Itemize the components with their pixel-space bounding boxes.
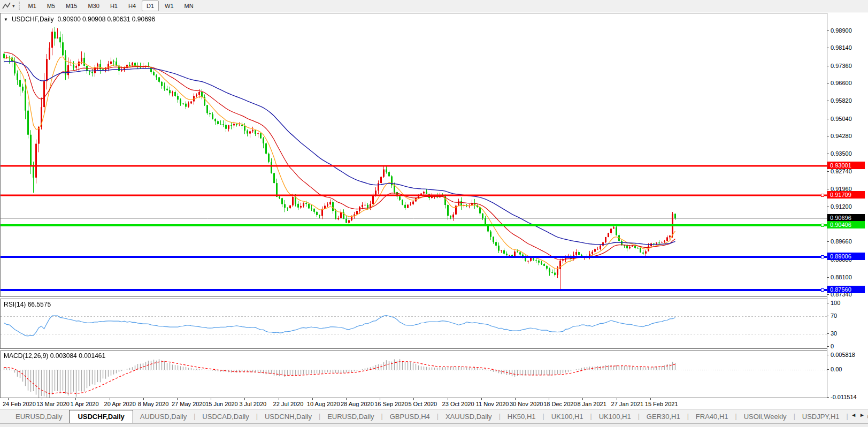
timeframe-button-D1[interactable]: D1 xyxy=(142,1,159,11)
date-tick-label: 11 Nov 2020 xyxy=(476,401,509,407)
price-line-badge[interactable]: 0.91709 xyxy=(827,191,865,199)
macd-canvas[interactable] xyxy=(1,351,827,398)
symbol-label: USDCHF,Daily xyxy=(12,16,54,23)
price-tick-label: 0.98140 xyxy=(831,44,852,51)
timeframe-button-M15[interactable]: M15 xyxy=(61,1,82,11)
date-tick-label: 27 May 2020 xyxy=(172,401,206,407)
chart-tab-usdcnh-daily[interactable]: USDCNH,Daily xyxy=(258,410,319,423)
macd-panel xyxy=(0,350,827,398)
rsi-name: RSI(14) xyxy=(4,301,26,308)
date-tick-label: 27 Jan 2021 xyxy=(611,401,644,407)
price-tick-label: 0.97360 xyxy=(831,63,852,69)
timeframe-button-M1[interactable]: M1 xyxy=(24,1,41,11)
main-chart-canvas[interactable] xyxy=(1,13,827,296)
price-tick-label: 0.95040 xyxy=(831,116,852,122)
axis-separator xyxy=(827,13,827,398)
price-line-badge[interactable]: 0.93001 xyxy=(827,162,865,169)
date-tick-label: 16 Sep 2020 xyxy=(374,401,408,407)
macd-label: MACD(12,26,9) 0.003084 0.001461 xyxy=(4,352,105,360)
bottom-strip xyxy=(0,423,868,427)
price-tick-label: 0.89660 xyxy=(831,238,852,245)
date-tick-label: 8 May 2020 xyxy=(138,401,168,407)
chart-tab-eurusd-daily[interactable]: EURUSD,Daily xyxy=(9,410,69,423)
timeframe-button-H4[interactable]: H4 xyxy=(124,1,141,11)
timeframe-button-M5[interactable]: M5 xyxy=(42,1,60,11)
date-tick-label: 15 Feb 2021 xyxy=(645,401,678,407)
price-tick-label: 0.88100 xyxy=(831,274,852,280)
date-tick-label: 30 Nov 2020 xyxy=(510,401,543,407)
rsi-tick-label: 30 xyxy=(831,330,837,337)
rsi-label: RSI(14) 66.5575 xyxy=(4,301,51,308)
rsi-tick-label: 100 xyxy=(831,300,840,306)
price-tick-label: 0.95820 xyxy=(831,97,852,104)
macd-tick-label: 0.005818 xyxy=(831,352,855,358)
date-tick-label: 24 Feb 2020 xyxy=(3,401,36,407)
date-tick-label: 28 Aug 2020 xyxy=(341,401,374,407)
chart-tab-ger30-h1[interactable]: GER30,H1 xyxy=(640,410,687,423)
date-tick-label: 15 Jun 2020 xyxy=(205,401,238,407)
macd-signal-value: 0.001461 xyxy=(79,352,105,360)
price-tick-label: 0.94280 xyxy=(831,133,852,139)
date-tick-label: 8 Jan 2021 xyxy=(577,401,606,407)
chart-tab-uk100-h1[interactable]: UK100,H1 xyxy=(592,410,638,423)
date-tick-label: 3 Jul 2020 xyxy=(239,401,266,407)
chart-tab-audusd-daily[interactable]: AUDUSD,Daily xyxy=(133,410,194,423)
date-tick-label: 5 Oct 2020 xyxy=(408,401,437,407)
date-tick-label: 13 Mar 2020 xyxy=(36,401,70,407)
chart-tab-xauusd-daily[interactable]: XAUUSD,Daily xyxy=(439,410,499,423)
chart-tab-eurusd-daily[interactable]: EURUSD,Daily xyxy=(320,410,381,423)
date-tick-label: 23 Oct 2020 xyxy=(442,401,474,407)
macd-tick-label: 0.00 xyxy=(831,366,842,372)
ohlc-close: 0.90696 xyxy=(132,16,155,23)
price-tick-label: 0.96600 xyxy=(831,80,852,86)
date-tick-label: 18 Dec 2020 xyxy=(543,401,577,407)
date-tick-label: 22 Jul 2020 xyxy=(273,401,304,407)
date-tick-label: 20 Apr 2020 xyxy=(104,401,136,407)
price-tick-label: 0.91200 xyxy=(831,203,852,210)
tab-scroll-right-icon[interactable]: ► xyxy=(859,412,865,418)
price-line-badge[interactable]: 0.90406 xyxy=(827,221,865,228)
timeframe-button-H1[interactable]: H1 xyxy=(105,1,122,11)
macd-name: MACD(12,26,9) xyxy=(4,352,48,360)
chart-tab-usdcad-daily[interactable]: USDCAD,Daily xyxy=(195,410,256,423)
price-line-badge[interactable]: 0.87560 xyxy=(827,286,865,293)
terminal-window: ▾ M1M5M15M30H1H4D1W1MN ▼ USDCHF,Daily 0.… xyxy=(0,0,868,427)
macd-main-value: 0.003084 xyxy=(50,352,77,360)
price-tick-label: 0.93500 xyxy=(831,150,852,157)
chart-line-tool-icon[interactable] xyxy=(1,2,12,10)
chart-tab-bar: EURUSD,DailyUSDCHF,DailyAUDUSD,Daily|USD… xyxy=(0,409,868,423)
tab-scroll-left-icon[interactable]: ◄ xyxy=(851,412,856,418)
chart-tab-hk50-h1[interactable]: HK50,H1 xyxy=(501,410,543,423)
date-tick-label: 1 Apr 2020 xyxy=(70,401,98,407)
collapse-triangle-icon[interactable]: ▼ xyxy=(4,17,8,22)
chart-tab-usdchf-daily[interactable]: USDCHF,Daily xyxy=(69,410,133,423)
toolbar-grip xyxy=(19,2,20,10)
macd-tick-label: -0.011514 xyxy=(831,394,857,400)
date-tick-label: 10 Aug 2020 xyxy=(307,401,340,407)
chart-tab-gbpusd-h4[interactable]: GBPUSD,H4 xyxy=(383,410,437,423)
polyline-glyph-icon xyxy=(2,2,11,10)
ohlc-open: 0.90900 xyxy=(58,16,81,23)
rsi-tick-label: 70 xyxy=(831,312,837,319)
chart-tab-uk100-h1[interactable]: UK100,H1 xyxy=(544,410,590,423)
chart-tab-fra40-h1[interactable]: FRA40,H1 xyxy=(689,410,735,423)
main-chart-panel xyxy=(0,13,827,297)
chart-tab-usdjpy-h1[interactable]: USDJPY,H1 xyxy=(795,410,847,423)
chart-title: ▼ USDCHF,Daily 0.90900 0.90908 0.90631 0… xyxy=(4,16,155,23)
rsi-tick-label: 0 xyxy=(831,343,834,349)
timeframe-button-M30[interactable]: M30 xyxy=(83,1,104,11)
timeframe-button-W1[interactable]: W1 xyxy=(160,1,179,11)
price-line-badge[interactable]: 0.89006 xyxy=(827,253,865,260)
timeframe-toolbar: ▾ M1M5M15M30H1H4D1W1MN xyxy=(0,0,868,12)
timeframe-buttons: M1M5M15M30H1H4D1W1MN xyxy=(23,1,199,11)
rsi-canvas[interactable] xyxy=(1,299,827,348)
ohlc-low: 0.90631 xyxy=(107,16,130,23)
tab-scroll-arrows: ◄ ► xyxy=(849,411,867,419)
rsi-panel xyxy=(0,299,827,349)
rsi-value: 66.5575 xyxy=(28,301,51,308)
ohlc-high: 0.90908 xyxy=(82,16,105,23)
timeframe-button-MN[interactable]: MN xyxy=(180,1,198,11)
chart-tab-usoil-weekly[interactable]: USOil,Weekly xyxy=(737,410,794,423)
dropdown-caret-icon[interactable]: ▾ xyxy=(12,3,15,9)
price-tick-label: 0.98900 xyxy=(831,27,852,34)
